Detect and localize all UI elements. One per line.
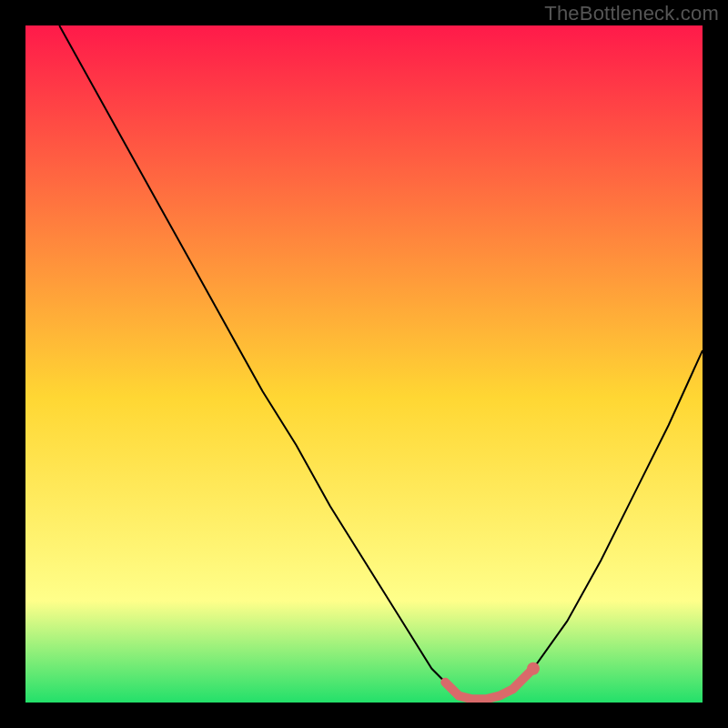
marker-end-dot <box>527 662 540 675</box>
plot-svg <box>25 25 703 703</box>
watermark-text: TheBottleneck.com <box>544 2 719 25</box>
chart-container: TheBottleneck.com <box>0 0 728 728</box>
plot-area <box>25 25 703 703</box>
gradient-background <box>25 25 703 703</box>
